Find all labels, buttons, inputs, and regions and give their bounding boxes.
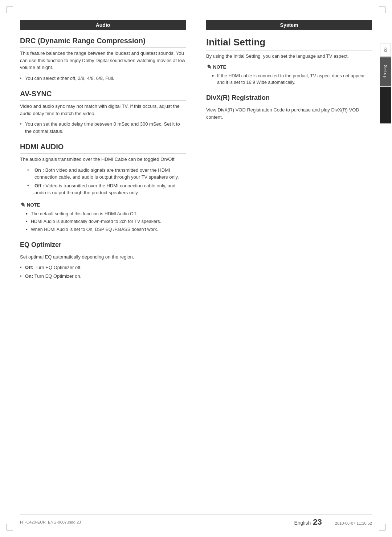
side-tab: 03 Setup <box>379 44 392 123</box>
av-sync-bullets: You can set the audio delay time between… <box>20 121 186 135</box>
initial-setting-note: ✎ NOTE If the HDMI cable is connected to… <box>206 64 372 86</box>
eq-off-bullet: Off: Turn EQ Optimizer off. <box>20 264 186 271</box>
drc-body: This feature balances the range between … <box>20 50 186 71</box>
corner-mark-tl <box>7 7 13 13</box>
initial-setting-note-list: If the HDMI cable is connected to the pr… <box>212 73 372 86</box>
footer-timestamp: 2010-06-07 11:10:52 <box>335 521 372 525</box>
note-icon-2: ✎ <box>206 64 211 70</box>
hdmi-note-1: The default setting of this function is … <box>26 211 186 217</box>
av-sync-section: AV-SYNC Video and audio sync may not mat… <box>20 90 186 135</box>
initial-setting-note-header: ✎ NOTE <box>206 64 372 70</box>
eq-optimizer-title: EQ Optimizer <box>20 241 186 251</box>
eq-optimizer-section: EQ Optimizer Set optimal EQ automaticall… <box>20 241 186 280</box>
hdmi-audio-body: The audio signals transmitted over the H… <box>20 156 186 163</box>
divxr-title: DivX(R) Registration <box>206 94 372 104</box>
note-label: NOTE <box>27 202 40 208</box>
hdmi-note-3: When HDMI Audio is set to On, DSP EQ /P.… <box>26 226 186 233</box>
footer-left: HT-C420-EUR_ENG-0607.indd 23 <box>20 520 81 524</box>
note-label-2: NOTE <box>213 64 226 70</box>
note-icon: ✎ <box>20 202 25 208</box>
eq-optimizer-body: Set optimal EQ automatically depending o… <box>20 253 186 261</box>
page: 03 Setup Audio DRC (Dynamic Range Compre… <box>0 0 392 537</box>
av-sync-bullet-1: You can set the audio delay time between… <box>20 121 186 135</box>
hdmi-audio-bullets: On : Both video and audio signals are tr… <box>27 167 186 196</box>
hdmi-audio-note-header: ✎ NOTE <box>20 202 186 208</box>
drc-bullets: You can select either off, 2/8, 4/8, 6/8… <box>20 75 186 82</box>
left-column: Audio DRC (Dynamic Range Compression) Th… <box>20 20 189 288</box>
corner-mark-br <box>379 524 385 530</box>
english-label: English <box>294 520 311 526</box>
content-area: Audio DRC (Dynamic Range Compression) Th… <box>20 20 372 517</box>
divxr-section: DivX(R) Registration View DivX(R) VOD Re… <box>206 94 372 121</box>
hdmi-audio-bullet-on: On : Both video and audio signals are tr… <box>27 167 186 181</box>
hdmi-audio-note: ✎ NOTE The default setting of this funct… <box>20 202 186 233</box>
side-tab-label: Setup <box>380 57 391 86</box>
av-sync-title: AV-SYNC <box>20 90 186 101</box>
right-column: System Initial Setting By using the Init… <box>203 20 372 288</box>
hdmi-audio-bullet-off: Off : Video is transmitted over the HDMI… <box>27 182 186 196</box>
initial-setting-title: Initial Setting <box>206 37 372 50</box>
initial-note-1: If the HDMI cable is connected to the pr… <box>212 73 372 86</box>
initial-setting-section: Initial Setting By using the Initial Set… <box>206 37 372 86</box>
hdmi-audio-note-list: The default setting of this function is … <box>26 211 186 233</box>
audio-header: Audio <box>20 20 186 30</box>
system-header: System <box>206 20 372 30</box>
drc-bullet-1: You can select either off, 2/8, 4/8, 6/8… <box>20 75 186 82</box>
footer: HT-C420-EUR_ENG-0607.indd 23 English 23 … <box>20 514 372 527</box>
initial-setting-body: By using the Initial Setting, you can se… <box>206 53 372 60</box>
footer-right: English 23 2010-06-07 11:10:52 <box>294 517 372 527</box>
hdmi-note-2: HDMI Audio is automatically down-mixed t… <box>26 218 186 225</box>
av-sync-body: Video and audio sync may not match with … <box>20 103 186 117</box>
corner-mark-tr <box>379 7 385 13</box>
eq-on-bullet: On: Turn EQ Optimizer on. <box>20 273 186 280</box>
side-tab-black <box>380 87 391 123</box>
hdmi-audio-title: HDMI AUDIO <box>20 143 186 154</box>
hdmi-audio-section: HDMI AUDIO The audio signals transmitted… <box>20 143 186 233</box>
drc-title: DRC (Dynamic Range Compression) <box>20 37 186 48</box>
divxr-body: View DivX(R) VOD Registration Code to pu… <box>206 106 372 121</box>
side-tab-number: 03 <box>380 44 391 57</box>
corner-mark-bl <box>7 524 13 530</box>
eq-optimizer-bullets: Off: Turn EQ Optimizer off. On: Turn EQ … <box>20 264 186 280</box>
page-number: 23 <box>313 517 322 527</box>
drc-section: DRC (Dynamic Range Compression) This fea… <box>20 37 186 82</box>
two-column-layout: Audio DRC (Dynamic Range Compression) Th… <box>20 20 372 288</box>
